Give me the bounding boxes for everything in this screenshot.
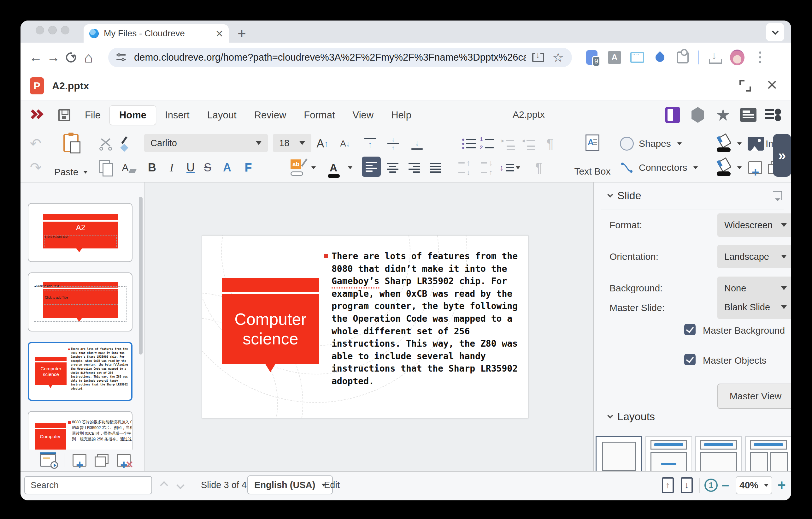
fit-width-button[interactable]: ↓ xyxy=(681,477,693,493)
tab-close-icon[interactable]: × xyxy=(216,27,223,40)
traffic-minimize-button[interactable] xyxy=(48,26,57,34)
align-left-button[interactable] xyxy=(362,157,381,177)
zoom-out-button[interactable]: − xyxy=(722,478,729,493)
move-down-button[interactable]: ↓ ↑ xyxy=(477,157,496,179)
align-top-button[interactable]: ↑ xyxy=(360,133,380,155)
font-size-select[interactable]: 18 xyxy=(273,134,311,152)
justify-button[interactable] xyxy=(426,157,445,179)
zoom-100-button[interactable]: 1 xyxy=(704,479,718,492)
master-background-checkbox[interactable] xyxy=(684,324,696,335)
align-center-button[interactable] xyxy=(383,157,402,179)
connectors-icon-button[interactable] xyxy=(617,157,636,179)
text-box-button[interactable]: Text Box xyxy=(572,133,613,179)
extension-a-icon[interactable]: A xyxy=(607,50,622,65)
extensions-puzzle-icon[interactable] xyxy=(675,50,690,65)
bullet-list-button[interactable] xyxy=(459,133,478,155)
url-bar[interactable]: demo.cloudreve.org/home?path=cloudreve%3… xyxy=(108,48,572,67)
search-input[interactable] xyxy=(24,476,152,494)
traffic-zoom-button[interactable] xyxy=(61,26,69,34)
superscript-button[interactable]: A xyxy=(219,157,236,179)
language-select[interactable]: English (USA) xyxy=(247,475,333,494)
menu-review[interactable]: Review xyxy=(245,105,295,125)
underline-button[interactable]: U xyxy=(182,157,199,179)
fill-color-button[interactable] xyxy=(713,157,734,179)
increase-indent-button[interactable]: ▸ xyxy=(498,133,518,155)
profile-avatar[interactable] xyxy=(730,50,745,65)
extension-phone-icon[interactable]: 9 xyxy=(584,50,599,65)
extension-tv-icon[interactable] xyxy=(630,50,644,65)
align-middle-button[interactable]: ↓↑ xyxy=(383,133,403,155)
paragraph-settings-button[interactable]: ¶ xyxy=(529,157,549,179)
format-select[interactable]: Widescreen xyxy=(717,213,791,237)
favorites-button[interactable]: ★ xyxy=(715,107,731,123)
thumbnail-slide-3[interactable]: Computer science There are lots of featu… xyxy=(28,342,133,401)
extension-drop-icon[interactable] xyxy=(653,50,667,65)
tab-search-button[interactable] xyxy=(766,23,784,42)
zoom-in-button[interactable]: + xyxy=(778,477,786,493)
font-name-select[interactable]: Carlito xyxy=(144,134,268,152)
layout-blank[interactable] xyxy=(596,436,642,471)
font-color-dropdown[interactable] xyxy=(345,157,354,179)
paragraph-direction-button[interactable]: ¶ xyxy=(541,133,560,155)
shapes-button[interactable]: Shapes xyxy=(639,133,702,155)
decrease-indent-button[interactable]: ◂ xyxy=(519,133,539,155)
home-icon[interactable]: ⌂ xyxy=(80,49,97,66)
line-color-button[interactable] xyxy=(713,133,734,155)
grow-font-button[interactable]: A↑ xyxy=(313,133,331,155)
undo-button[interactable]: ↶ xyxy=(27,133,45,155)
menu-view[interactable]: View xyxy=(344,105,383,125)
line-color-dropdown[interactable] xyxy=(734,133,743,155)
menu-help[interactable]: Help xyxy=(382,105,420,125)
find-next-icon[interactable] xyxy=(176,481,184,489)
zoom-level-select[interactable]: 40% xyxy=(736,476,772,494)
theme-toggle-button[interactable] xyxy=(664,107,681,123)
downloads-button[interactable] xyxy=(707,50,722,65)
connectors-button[interactable]: Connectors xyxy=(639,157,715,179)
shapes-icon-button[interactable] xyxy=(617,133,636,155)
slide-section-header[interactable]: Slide xyxy=(608,189,641,202)
reload-icon[interactable] xyxy=(66,52,76,62)
align-bottom-button[interactable]: ↓ xyxy=(407,133,427,155)
bold-button[interactable]: B xyxy=(144,157,161,179)
traffic-close-button[interactable] xyxy=(36,26,44,34)
menu-insert[interactable]: Insert xyxy=(156,105,198,125)
slide-body-text[interactable]: There are lots of features from the 8080… xyxy=(331,250,518,388)
bookmark-star-icon[interactable]: ☆ xyxy=(552,50,564,65)
shrink-font-button[interactable]: A↓ xyxy=(336,133,354,155)
expand-panel-icon[interactable] xyxy=(773,191,782,200)
strikethrough-button[interactable]: S xyxy=(199,157,216,179)
highlight-dropdown[interactable] xyxy=(308,157,317,179)
master-objects-checkbox[interactable] xyxy=(684,354,696,365)
menu-file[interactable]: File xyxy=(76,105,110,125)
title-shape-top-bar[interactable] xyxy=(222,278,319,292)
url-text[interactable]: demo.cloudreve.org/home?path=cloudreve%3… xyxy=(134,52,526,63)
find-previous-icon[interactable] xyxy=(160,481,168,489)
highlight-color-button[interactable]: ab xyxy=(287,157,308,179)
menu-home[interactable]: Home xyxy=(110,105,156,125)
redo-button[interactable]: ↷ xyxy=(27,157,45,179)
install-app-icon[interactable] xyxy=(532,53,544,62)
start-slideshow-button[interactable] xyxy=(40,454,56,467)
duplicate-slide-button[interactable] xyxy=(95,454,109,467)
master-slide-select[interactable]: Blank Slide xyxy=(717,296,791,319)
user-list-button[interactable] xyxy=(765,107,782,123)
title-shape[interactable]: Computer science xyxy=(222,294,319,364)
delete-slide-button[interactable]: ✕ xyxy=(117,454,130,467)
font-effects-button[interactable]: F xyxy=(239,157,258,179)
add-slide-button[interactable] xyxy=(746,157,765,179)
new-slide-button[interactable] xyxy=(72,454,86,467)
layout-title-content[interactable] xyxy=(645,436,692,471)
close-viewer-icon[interactable]: × xyxy=(766,74,777,95)
menu-layout[interactable]: Layout xyxy=(198,105,245,125)
master-view-button[interactable]: Master View xyxy=(717,384,791,409)
menu-format[interactable]: Format xyxy=(295,105,344,125)
cut-button[interactable] xyxy=(96,133,115,155)
slide-page[interactable]: Computer science There are lots of featu… xyxy=(202,235,528,418)
image-button[interactable] xyxy=(746,133,766,155)
browser-tab[interactable]: My Files - Cloudreve × xyxy=(84,24,229,43)
fit-slide-button[interactable]: ↑ xyxy=(662,477,674,493)
thumbnail-scrollbar[interactable] xyxy=(139,197,143,355)
italic-button[interactable]: I xyxy=(163,157,180,179)
site-settings-icon[interactable] xyxy=(116,52,127,63)
save-icon[interactable] xyxy=(58,109,70,121)
